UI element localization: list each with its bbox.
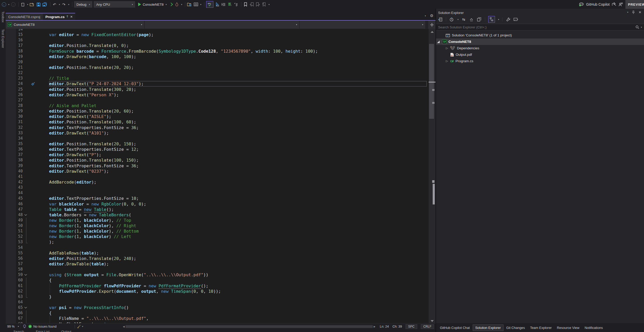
code-line[interactable]: 55 AddTableRows(table); <box>6 250 428 256</box>
fold-margin[interactable] <box>23 59 29 65</box>
find-in-files-button[interactable] <box>187 1 192 7</box>
tab-output[interactable]: Output <box>61 329 71 332</box>
person-icon[interactable] <box>618 2 623 6</box>
panel-tab-github-copilot-chat[interactable]: GitHub Copilot Chat <box>438 325 472 331</box>
new-file-dropdown-caret[interactable]: ▾ <box>27 3 28 6</box>
project-dropdown[interactable]: C# ConsoleNET8 ▾ <box>6 21 145 29</box>
search-options-caret[interactable]: ▾ <box>641 26 642 28</box>
code-line[interactable]: 56 editor.Position.Translate(20, 240); <box>6 256 428 261</box>
code-line[interactable]: 49 new Border(1, blackColor), // Top <box>6 218 428 223</box>
code-line[interactable]: 27 <box>6 98 428 103</box>
document-tab-Program.cs[interactable]: Program.cs⤒✕ <box>43 13 75 20</box>
code-line[interactable]: 59 using (Stream output = File.OpenWrite… <box>6 272 428 278</box>
navigate-forward-button[interactable]: → <box>11 1 15 7</box>
fold-margin[interactable] <box>23 179 29 185</box>
panel-tab-resource-view[interactable]: Resource View <box>555 325 582 331</box>
fold-margin[interactable] <box>23 29 29 32</box>
pending-changes-filter-button[interactable] <box>449 16 454 22</box>
tree-expander-icon[interactable]: ▷ <box>446 46 448 50</box>
fold-margin[interactable] <box>23 196 29 201</box>
comment-button[interactable] <box>227 1 232 7</box>
fold-margin[interactable] <box>23 49 29 54</box>
code-line[interactable]: 29 editor.Position.Translate(20, 60); <box>6 108 428 114</box>
scroll-down-arrow[interactable] <box>429 319 436 323</box>
panel-tab-git-changes[interactable]: Git Changes <box>504 325 527 331</box>
fold-margin[interactable] <box>23 223 29 228</box>
code-line[interactable]: 40 editor.DrawText("0237"); <box>6 169 428 174</box>
pin-icon[interactable]: ⤒ <box>67 15 68 19</box>
code-line[interactable]: 36 editor.TextProperties.FontSize = 12; <box>6 147 428 152</box>
tree-item-dependencies[interactable]: ▷Dependencies <box>436 45 644 51</box>
fold-margin[interactable] <box>23 310 29 316</box>
code-line[interactable]: 47 Table table = new Table(); <box>6 207 428 212</box>
code-line[interactable]: 48 table.Borders = new TableBorders( <box>6 212 428 218</box>
fold-margin[interactable] <box>23 163 29 169</box>
code-line[interactable]: 54 <box>6 245 428 250</box>
start-without-debugging-button[interactable] <box>168 1 173 7</box>
fold-margin[interactable] <box>23 54 29 59</box>
fold-margin[interactable] <box>23 157 29 163</box>
fold-margin[interactable] <box>23 201 29 207</box>
properties-button[interactable] <box>477 16 482 22</box>
fold-margin[interactable] <box>23 272 29 278</box>
close-icon[interactable]: ✕ <box>639 10 641 14</box>
panel-tab-solution-explorer[interactable]: Solution Explorer <box>473 325 503 331</box>
fold-margin[interactable] <box>23 147 29 152</box>
scroll-up-arrow[interactable] <box>429 30 436 34</box>
undo-button[interactable]: ↶ <box>52 1 57 7</box>
code-line[interactable]: 15 var editor = new FixedContentEditor(p… <box>6 32 428 37</box>
toolbox-vertical-tab[interactable]: Toolbox <box>1 11 5 22</box>
redo-dropdown-caret[interactable]: ▾ <box>68 3 69 6</box>
fold-margin[interactable] <box>23 256 29 261</box>
fold-margin[interactable] <box>23 299 29 305</box>
open-file-button[interactable] <box>30 1 35 7</box>
fold-chevron-icon[interactable] <box>25 273 27 276</box>
code-line[interactable]: 33 editor.DrawText("A101"); <box>6 130 428 136</box>
fold-margin[interactable] <box>23 125 29 130</box>
fold-margin[interactable] <box>23 321 29 323</box>
tree-expander-icon[interactable] <box>437 41 440 43</box>
member-dropdown[interactable]: ▾ <box>300 21 426 29</box>
fold-margin[interactable] <box>23 169 29 174</box>
search-input[interactable] <box>438 25 622 29</box>
save-all-button[interactable] <box>42 1 47 7</box>
fold-margin[interactable] <box>23 245 29 250</box>
fold-margin[interactable] <box>23 65 29 70</box>
code-line[interactable]: 28 // Aisle and Pallet <box>6 103 428 108</box>
fold-margin[interactable] <box>23 81 29 86</box>
previous-bookmark-button[interactable] <box>249 1 254 7</box>
tree-item-output-pdf[interactable]: PDFOutput.pdf <box>436 51 644 58</box>
test-explorer-vertical-tab[interactable]: Test Explorer <box>1 29 5 48</box>
fold-margin[interactable] <box>23 316 29 321</box>
tab-error-list[interactable]: Error List <box>36 329 50 332</box>
code-line[interactable]: 18 FormSource barcode = FormSource.FromB… <box>6 49 428 54</box>
code-line[interactable]: 17 editor.Position.Translate(0, 0); <box>6 43 428 48</box>
start-debugging-button[interactable]: ConsoleNET8▾ <box>138 3 167 6</box>
scroll-left-arrow[interactable]: ◀ <box>122 325 126 328</box>
share-icon[interactable] <box>612 2 616 6</box>
navigate-back-button[interactable]: ← <box>2 1 6 7</box>
indentation-mode-button[interactable]: SPC <box>406 324 417 329</box>
close-icon[interactable]: ✕ <box>70 15 73 19</box>
code-line[interactable]: 51 new Border(1, blackColor), // Bottom <box>6 228 428 234</box>
fold-margin[interactable] <box>23 294 29 299</box>
fold-margin[interactable] <box>23 174 29 179</box>
redo-button[interactable]: ↷ <box>61 1 66 7</box>
code-line[interactable]: 43 <box>6 185 428 190</box>
browser-dropdown-caret[interactable]: ▾ <box>200 3 201 6</box>
hot-reload-dropdown-caret[interactable]: ▾ <box>181 3 182 6</box>
code-line[interactable]: 30 editor.DrawText("AISLE"); <box>6 114 428 119</box>
code-line[interactable]: 20 <box>6 59 428 65</box>
fold-chevron-icon[interactable] <box>25 306 27 309</box>
panel-tab-team-explorer[interactable]: Team Explorer <box>528 325 554 331</box>
hscrollbar-thumb[interactable] <box>126 325 373 328</box>
solution-explorer-header[interactable]: Solution Explorer ▾ ✕ <box>436 9 644 15</box>
code-line[interactable]: 65 var psi = new ProcessStartInfo() <box>6 305 428 310</box>
code-line[interactable]: 38 editor.Position.Translate(100, 150); <box>6 157 428 163</box>
collapse-all-button[interactable] <box>469 16 474 22</box>
tree-item-solution-consolenet8-1-of-1-project-[interactable]: Solution 'ConsoleNET8' (1 of 1 project) <box>436 32 644 38</box>
fold-margin[interactable] <box>23 141 29 147</box>
back-dropdown-caret[interactable]: ▾ <box>8 3 9 6</box>
code-line[interactable]: 19 editor.DrawForm(barcode, 100, 100); <box>6 54 428 59</box>
undo-dropdown-caret[interactable]: ▾ <box>59 3 60 6</box>
